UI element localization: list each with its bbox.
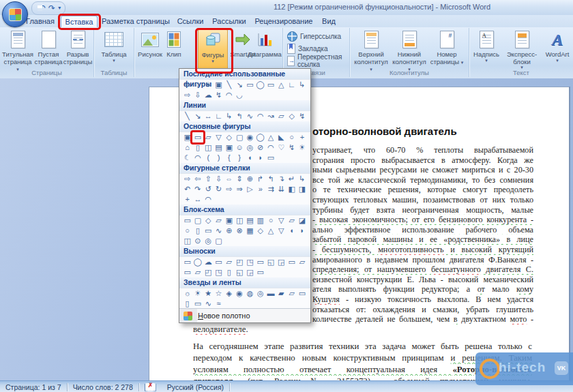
- shape-icon[interactable]: ◇: [286, 111, 297, 121]
- shape-icon[interactable]: +: [297, 132, 307, 142]
- shape-icon[interactable]: ▯: [182, 299, 192, 309]
- shape-icon[interactable]: ╲: [182, 111, 192, 121]
- shape-icon[interactable]: ⇨: [224, 184, 234, 194]
- shape-icon[interactable]: ⇩: [192, 90, 203, 100]
- shape-icon[interactable]: ▰: [276, 288, 286, 299]
- shape-icon[interactable]: ▭: [182, 267, 192, 277]
- shape-icon[interactable]: ◠: [224, 90, 234, 100]
- shape-icon[interactable]: ▭: [286, 257, 297, 267]
- shape-icon[interactable]: ⇧: [203, 174, 214, 184]
- shape-icon[interactable]: ▤: [245, 215, 255, 226]
- shape-icon[interactable]: ◠: [192, 153, 203, 163]
- shape-icon[interactable]: ◯: [255, 132, 265, 142]
- shape-icon[interactable]: ◍: [245, 288, 255, 299]
- shape-icon[interactable]: »: [255, 184, 265, 194]
- cross-reference-button[interactable]: Перекрестная ссылка: [287, 55, 349, 66]
- proofing-status[interactable]: [139, 381, 162, 392]
- shape-icon[interactable]: ▢: [234, 132, 244, 142]
- shape-icon[interactable]: ▭: [297, 288, 307, 299]
- shape-icon[interactable]: ↳: [297, 80, 307, 90]
- shape-icon[interactable]: ☀: [203, 80, 214, 90]
- wordart-button[interactable]: A WordArt ▾: [543, 29, 572, 63]
- shape-icon[interactable]: ▦: [245, 226, 255, 236]
- shape-icon[interactable]: ⊕: [224, 226, 234, 236]
- cover-page-button[interactable]: Титульная страница ▾: [3, 29, 33, 73]
- shape-icon[interactable]: ⊗: [234, 226, 244, 236]
- shape-icon[interactable]: △: [265, 132, 276, 142]
- shape-icon[interactable]: ◠: [255, 111, 265, 121]
- shape-icon[interactable]: ↝: [265, 111, 276, 121]
- header-button[interactable]: Верхний колонтитул ▾: [353, 29, 390, 73]
- shape-icon[interactable]: ◠: [265, 142, 276, 153]
- shape-icon[interactable]: ☼: [182, 288, 192, 299]
- shape-icon[interactable]: ☆: [214, 288, 224, 299]
- shape-icon[interactable]: ▯: [224, 267, 234, 277]
- shape-icon[interactable]: ∿: [245, 111, 255, 121]
- shape-icon[interactable]: ◠: [203, 194, 214, 205]
- shape-icon[interactable]: ▭: [265, 80, 276, 90]
- shape-icon[interactable]: ◲: [245, 267, 255, 277]
- shape-icon[interactable]: ▬: [265, 288, 276, 299]
- tab-ssylki[interactable]: Ссылки: [175, 16, 206, 27]
- shape-icon[interactable]: ◈: [224, 288, 234, 299]
- shape-icon[interactable]: ◯: [192, 257, 203, 267]
- shape-icon[interactable]: ↯: [297, 111, 307, 121]
- chart-button[interactable]: Диаграмма: [248, 29, 282, 59]
- page-number-button[interactable]: Номер страницы ▾: [429, 29, 465, 65]
- shape-icon[interactable]: ∟: [214, 111, 224, 121]
- shape-icon[interactable]: ▭: [245, 80, 255, 90]
- shape-icon[interactable]: ⇔: [224, 174, 234, 184]
- text-box-button[interactable]: Надпись ▾: [472, 29, 501, 63]
- tab-vid[interactable]: Вид: [318, 16, 340, 27]
- shape-icon[interactable]: ☁: [203, 257, 214, 267]
- shape-icon[interactable]: ○: [265, 215, 276, 226]
- page-count-status[interactable]: Страница: 1 из 7: [0, 381, 67, 392]
- tab-vstavka[interactable]: Вставка: [61, 16, 98, 28]
- shape-icon[interactable]: ▥: [255, 215, 265, 226]
- shape-icon[interactable]: ▭: [214, 257, 224, 267]
- shape-icon[interactable]: ▢: [214, 236, 224, 246]
- shape-icon[interactable]: ↳: [224, 111, 234, 121]
- shape-icon[interactable]: ↻: [214, 184, 224, 194]
- shape-icon[interactable]: ◇: [255, 226, 265, 236]
- shape-icon[interactable]: ★: [203, 288, 214, 299]
- shape-icon[interactable]: ◖: [286, 226, 297, 236]
- shape-icon[interactable]: ▱: [276, 111, 286, 121]
- language-status[interactable]: Русский (Россия): [162, 381, 229, 392]
- shape-icon[interactable]: ○: [182, 226, 192, 236]
- shape-icon[interactable]: ◎: [255, 288, 265, 299]
- shape-icon[interactable]: ↰: [265, 174, 276, 184]
- shape-icon[interactable]: ◲: [276, 257, 286, 267]
- shape-icon[interactable]: ◎: [203, 236, 214, 246]
- shape-icon[interactable]: ▱: [286, 215, 297, 226]
- shape-icon[interactable]: {: [224, 153, 234, 163]
- shape-icon[interactable]: ○: [286, 132, 297, 142]
- shape-icon[interactable]: ◧: [286, 184, 297, 194]
- shape-icon[interactable]: ◨: [297, 184, 307, 194]
- tab-razmetka[interactable]: Разметка страницы: [100, 16, 171, 27]
- shape-icon[interactable]: ▯: [192, 226, 203, 236]
- shape-icon[interactable]: ▽: [214, 132, 224, 142]
- shape-icon[interactable]: ▢: [192, 215, 203, 226]
- shape-icon[interactable]: ◪: [297, 215, 307, 226]
- shape-icon[interactable]: ⇉: [265, 184, 276, 194]
- shape-icon[interactable]: ↘: [234, 80, 244, 90]
- shape-icon[interactable]: ◇: [224, 132, 234, 142]
- shape-icon[interactable]: ∿: [214, 226, 224, 236]
- shape-icon[interactable]: ): [214, 153, 224, 163]
- shape-icon[interactable]: +: [182, 194, 192, 205]
- shape-icon[interactable]: ∟: [286, 80, 297, 90]
- shape-icon[interactable]: ∿: [203, 299, 214, 309]
- shape-icon[interactable]: ⊘: [255, 142, 265, 153]
- tab-recenzirovanie[interactable]: Рецензирование: [252, 16, 315, 27]
- shape-icon[interactable]: ⇊: [276, 184, 286, 194]
- shape-icon[interactable]: ↯: [286, 142, 297, 153]
- shape-icon[interactable]: ↵: [286, 174, 297, 184]
- shape-icon[interactable]: ↴: [276, 174, 286, 184]
- shape-icon[interactable]: ◯: [255, 80, 265, 90]
- shape-icon[interactable]: ☀: [297, 142, 307, 153]
- shape-icon[interactable]: ╲: [224, 80, 234, 90]
- shapes-button[interactable]: Фигуры ▾: [198, 29, 228, 70]
- shape-icon[interactable]: ▽: [276, 215, 286, 226]
- shape-icon[interactable]: ▱: [286, 288, 297, 299]
